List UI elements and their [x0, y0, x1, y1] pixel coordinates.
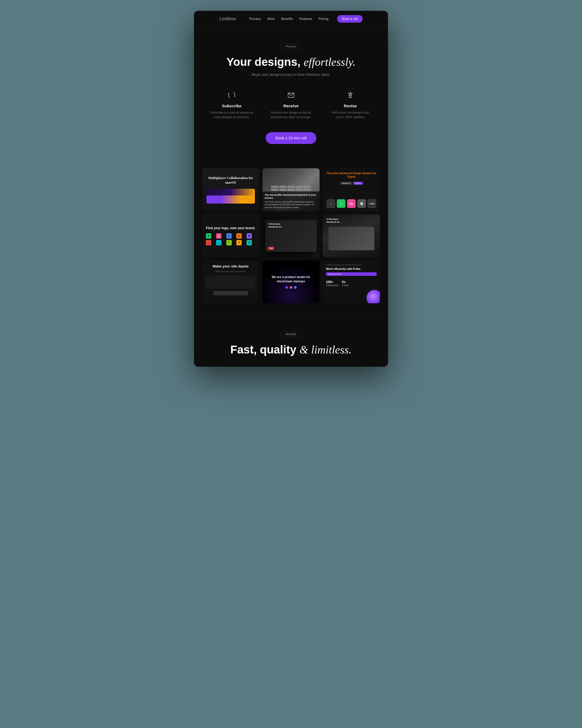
nav-links: Process Work Benefits Features Pricing: [249, 17, 329, 21]
hero-title: Your designs, effortlessly.: [205, 56, 377, 68]
polka-stat2-val: 5x: [342, 280, 349, 284]
figma-el-img: 🖼: [357, 199, 366, 208]
work-card-multiplayer[interactable]: Multiplayer Collaboration for macOS: [202, 168, 259, 211]
step-subscribe-title: Subscribe: [210, 104, 253, 108]
step-subscribe: Subscribe Subscribe to a plan & request …: [210, 89, 253, 119]
hero-subtitle: Begin your design journey in three effor…: [205, 73, 377, 77]
revise-icon: [329, 89, 372, 100]
nav-work[interactable]: Work: [267, 17, 275, 21]
figma-btn1: Design+5: [340, 182, 352, 185]
nav-pricing[interactable]: Pricing: [318, 17, 329, 21]
dazzle-title: Make your site dazzle: [213, 264, 249, 268]
polka-nav: Polka ● Features ● Pricing ● Careers: [326, 264, 377, 266]
book-15min-button[interactable]: Book a 15-min call: [266, 132, 316, 144]
blockchain-dots: [285, 286, 297, 289]
work-card-figma[interactable]: The most advanced Design System for Figm…: [323, 168, 380, 211]
logo-icon-4: ◎: [236, 233, 242, 239]
logo-icon-1: ▼: [206, 233, 211, 239]
dazzle-preview: [206, 275, 255, 289]
logo-icon-3: ∞: [226, 233, 232, 239]
work-card-macbook-light[interactable]: E-Mockups:MacBook Air: [323, 214, 380, 257]
step-subscribe-desc: Subscribe to a plan & request as many de…: [210, 110, 253, 119]
process-badge: Process: [281, 44, 301, 49]
nav-benefits[interactable]: Benefits: [281, 17, 293, 21]
book-call-button[interactable]: Book a call: [337, 15, 363, 23]
step-revise-title: Revise: [329, 104, 372, 108]
logo-icon-6: ◯: [206, 240, 211, 245]
figma-el-eth: # Eth: [367, 199, 376, 208]
step-receive: Receive Receive your design as fast as t…: [270, 89, 312, 119]
browser-window: Limitless Process Work Benefits Features…: [194, 11, 388, 367]
polka-title: Work efficiently with Polka.: [326, 267, 377, 271]
work-section: Multiplayer Collaboration for macOS The …: [194, 163, 388, 315]
logo-icon-10: ★: [247, 240, 252, 245]
macbook-light-label: E-Mockups:MacBook Air: [327, 217, 340, 224]
polka-stat1-label: Integrations: [326, 284, 339, 287]
steps-container: Subscribe Subscribe to a plan & request …: [205, 89, 377, 119]
logo-icon-5: ⌘: [247, 233, 252, 239]
macbook-light-body: [329, 227, 374, 250]
subscribe-icon: [210, 89, 253, 100]
keyboard-desc: The Kindo-key is a low-profile mechanica…: [265, 201, 317, 209]
polka-decorative-ball: [366, 290, 380, 303]
figma-el-aa: Aa: [347, 199, 356, 208]
step-receive-title: Receive: [270, 104, 312, 108]
logo-icon-7: △: [216, 240, 221, 245]
figma-title: The most advanced Design System for Figm…: [326, 172, 377, 179]
keyboard-heading: The low-profile mechanical keyboard of y…: [265, 193, 317, 200]
logo-light: less: [228, 17, 236, 21]
macbook-light-inner: E-Mockups:MacBook Air: [323, 214, 380, 257]
logo-icon-9: ✦: [236, 240, 242, 245]
step-receive-desc: Receive your design as fast as two busin…: [270, 110, 312, 119]
dazzle-bar: [213, 291, 248, 295]
work-card-keyboard[interactable]: The low-profile mechanical keyboard of y…: [262, 168, 320, 211]
multiplayer-preview: [206, 189, 255, 204]
logo-bold: Limit: [219, 17, 228, 21]
work-card-dazzle[interactable]: Make your site dazzle Build stunning web…: [202, 260, 259, 303]
macbook-dark-label: E-Mockups:MacBook Air: [266, 220, 317, 231]
polka-stat2-label: Faster: [342, 284, 349, 287]
blockchain-title: We are a product studio for blockchain s…: [266, 275, 316, 283]
logo-icon-8: ⬡: [226, 240, 232, 245]
work-grid-row3: Make your site dazzle Build stunning web…: [202, 260, 380, 303]
step-revise: Revise We'll revise the designs until yo…: [329, 89, 372, 119]
logo[interactable]: Limitless: [219, 17, 236, 21]
polka-stat-2: 5x Faster: [342, 280, 349, 287]
logo-card-title: Find your logo, own your brand.: [206, 226, 255, 231]
hero-title-normal: Your designs,: [227, 55, 301, 68]
logo-icon-2: 🔥: [216, 233, 221, 239]
macbook-dark-container: E-Mockups:MacBook Air 13: [266, 220, 317, 252]
work-grid-row1: Multiplayer Collaboration for macOS The …: [202, 168, 380, 211]
dot-pink: [290, 286, 292, 289]
figma-el-plus: +: [327, 199, 335, 208]
figma-btn2: Figma: [353, 182, 363, 185]
figma-buttons: Design+5 Figma: [326, 182, 377, 185]
benefits-title-italic: & limitless.: [300, 343, 352, 356]
work-card-polka[interactable]: Polka ● Features ● Pricing ● Careers Wor…: [323, 260, 380, 303]
figma-accent: Figma: [347, 175, 355, 178]
benefits-title-normal: Fast, quality: [230, 343, 296, 356]
hero-section: Process Your designs, effortlessly. Begi…: [194, 27, 388, 163]
multiplayer-title: Multiplayer Collaboration for macOS: [206, 176, 255, 185]
nav-process[interactable]: Process: [249, 17, 260, 21]
work-card-logo[interactable]: Find your logo, own your brand. ▼ 🔥 ∞ ◎ …: [202, 214, 259, 257]
polka-stat1-val: 100+: [326, 280, 339, 284]
macbook-red-badge: 13: [268, 247, 274, 250]
macbook-dark-body: E-Mockups:MacBook Air 13: [266, 220, 317, 252]
polka-stats: 100+ Integrations 5x Faster: [326, 280, 377, 287]
work-card-blockchain[interactable]: We are a product studio for blockchain s…: [262, 260, 320, 303]
dazzle-sub: Build stunning web experiences: [216, 270, 246, 272]
figma-elements: + ✓ Aa 🖼 # Eth: [326, 199, 377, 208]
polka-stat-1: 100+ Integrations: [326, 280, 339, 287]
benefits-section: Benefits Fast, quality & limitless.: [194, 315, 388, 367]
nav-features[interactable]: Features: [299, 17, 312, 21]
navigation: Limitless Process Work Benefits Features…: [194, 11, 388, 27]
polka-cta-btn[interactable]: Sign up it's free: [326, 272, 377, 276]
dot-purple: [285, 286, 288, 289]
keyboard-overlay: The low-profile mechanical keyboard of y…: [262, 191, 320, 211]
benefits-badge: Benefits: [281, 331, 301, 337]
hero-title-italic: effortlessly.: [304, 56, 356, 68]
figma-el-check: ✓: [337, 199, 345, 208]
work-card-macbook-dark[interactable]: E-Mockups:MacBook Air 13: [262, 214, 320, 257]
dot-blue: [294, 286, 297, 289]
